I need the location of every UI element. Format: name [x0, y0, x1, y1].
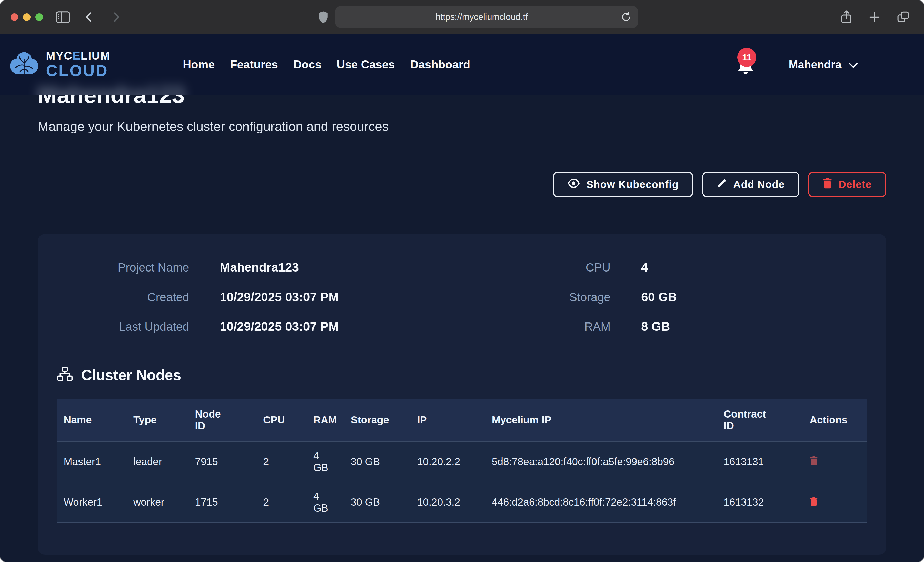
cell-storage: 30 GB: [344, 482, 410, 523]
field-label: CPU: [462, 260, 610, 274]
cell-contract-id: 1613131: [717, 442, 802, 482]
col-storage: Storage: [344, 399, 410, 442]
field-label: Storage: [462, 290, 610, 304]
delete-node-button[interactable]: [810, 497, 818, 508]
sidebar-toggle-icon[interactable]: [56, 11, 70, 23]
field-value: 8 GB: [641, 319, 670, 333]
nav-link-home[interactable]: Home: [183, 58, 214, 71]
nav-link-use-cases[interactable]: Use Cases: [337, 58, 395, 71]
cell-ram: 4 GB: [306, 482, 344, 523]
reload-icon[interactable]: [621, 12, 631, 22]
field-label: Created: [57, 290, 189, 304]
add-node-button[interactable]: Add Node: [702, 172, 800, 197]
mycelium-cloud-logo-icon: [8, 51, 40, 78]
cell-storage: 30 GB: [344, 442, 410, 482]
field-value: 60 GB: [641, 290, 677, 304]
page-subtitle: Manage your Kubernetes cluster configura…: [38, 119, 886, 134]
show-kubeconfig-button[interactable]: Show Kubeconfig: [553, 172, 693, 197]
field-label: RAM: [462, 320, 610, 333]
cell-type: leader: [126, 442, 188, 482]
user-menu[interactable]: Mahendra: [789, 58, 858, 71]
network-nodes-icon: [57, 366, 73, 383]
col-ram: RAM: [306, 399, 344, 442]
notification-count-badge: 11: [737, 48, 756, 67]
cell-ram: 4 GB: [306, 442, 344, 482]
cell-mycelium-ip: 446:d2a6:8bcd:8c16:ff0f:72e2:3114:863f: [485, 482, 717, 523]
cell-cpu: 2: [256, 442, 306, 482]
cpu-row: CPU 4: [462, 260, 867, 274]
cell-cpu: 2: [256, 482, 306, 523]
col-cpu: CPU: [256, 399, 306, 442]
share-icon[interactable]: [840, 10, 852, 24]
cell-name: Master1: [57, 442, 126, 482]
notifications-button[interactable]: 11: [735, 50, 756, 78]
col-actions: Actions: [802, 399, 867, 442]
table-header-row: Name Type Node ID CPU RAM Storage IP Myc…: [57, 399, 868, 442]
cluster-nodes-title: Cluster Nodes: [81, 366, 181, 383]
field-label: Last Updated: [57, 320, 189, 333]
field-value: 10/29/2025 03:07 PM: [220, 319, 339, 333]
col-node-id: Node ID: [188, 399, 256, 442]
privacy-shield-icon[interactable]: [318, 11, 328, 23]
cell-contract-id: 1613132: [717, 482, 802, 523]
back-icon[interactable]: [83, 11, 95, 23]
delete-node-button[interactable]: [810, 456, 818, 468]
cell-node-id: 1715: [188, 482, 256, 523]
nav-link-features[interactable]: Features: [230, 58, 278, 71]
trash-icon: [810, 456, 818, 468]
delete-button[interactable]: Delete: [808, 172, 886, 197]
browser-window: https://myceliumcloud.tf: [0, 0, 924, 562]
col-contract-id: Contract ID: [717, 399, 802, 442]
zoom-window-button[interactable]: [35, 13, 43, 21]
url-text: https://myceliumcloud.tf: [342, 12, 621, 22]
minimize-window-button[interactable]: [23, 13, 31, 21]
cell-mycelium-ip: 5d8:78ea:a120:f40c:ff0f:a5fe:99e6:8b96: [485, 442, 717, 482]
cluster-nodes-heading: Cluster Nodes: [57, 366, 868, 383]
page-content: Mahendra123 Manage your Kubernetes clust…: [0, 95, 924, 562]
field-value: 4: [641, 260, 648, 274]
col-type: Type: [126, 399, 188, 442]
brand-text: MYCELIUM CLOUD: [46, 50, 110, 78]
traffic-lights: [10, 13, 43, 21]
created-row: Created 10/29/2025 03:07 PM: [57, 290, 462, 304]
brand-logo[interactable]: MYCELIUM CLOUD: [8, 50, 110, 78]
col-ip: IP: [410, 399, 485, 442]
project-info: Project Name Mahendra123 Created 10/29/2…: [57, 260, 868, 333]
site-navbar: Mahendra123 MYCELIUM CLOUD Home Feature: [0, 34, 924, 95]
tab-overview-icon[interactable]: [897, 10, 910, 24]
close-window-button[interactable]: [10, 13, 18, 21]
new-tab-icon[interactable]: [868, 10, 880, 24]
project-name-row: Project Name Mahendra123: [57, 260, 462, 274]
cluster-nodes-table: Name Type Node ID CPU RAM Storage IP Myc…: [57, 399, 868, 523]
nav-link-dashboard[interactable]: Dashboard: [410, 58, 470, 71]
project-card: Project Name Mahendra123 Created 10/29/2…: [38, 234, 886, 555]
field-label: Project Name: [57, 260, 189, 274]
cell-node-id: 7915: [188, 442, 256, 482]
browser-chrome: https://myceliumcloud.tf: [0, 0, 924, 34]
ram-row: RAM 8 GB: [462, 319, 867, 333]
storage-row: Storage 60 GB: [462, 290, 867, 304]
field-value: Mahendra123: [220, 260, 299, 274]
chevron-down-icon: [849, 58, 858, 71]
nav-links: Home Features Docs Use Cases Dashboard: [183, 58, 470, 71]
address-bar[interactable]: https://myceliumcloud.tf: [335, 6, 638, 28]
cell-type: worker: [126, 482, 188, 523]
cell-name: Worker1: [57, 482, 126, 523]
forward-icon[interactable]: [110, 11, 122, 23]
field-value: 10/29/2025 03:07 PM: [220, 290, 339, 304]
trash-icon: [823, 178, 832, 191]
pencil-icon: [717, 178, 727, 191]
cell-ip: 10.20.2.2: [410, 442, 485, 482]
table-row: Master1 leader 7915 2 4 GB 30 GB 10.20.2…: [57, 442, 868, 482]
eye-icon: [567, 179, 580, 191]
nav-link-docs[interactable]: Docs: [293, 58, 322, 71]
cell-ip: 10.20.3.2: [410, 482, 485, 523]
col-name: Name: [57, 399, 126, 442]
brand-e-glyph: E: [73, 49, 81, 62]
table-row: Worker1 worker 1715 2 4 GB 30 GB 10.20.3…: [57, 482, 868, 523]
action-buttons: Show Kubeconfig Add Node Delete: [38, 172, 886, 197]
trash-icon: [810, 497, 818, 508]
col-mycelium-ip: Mycelium IP: [485, 399, 717, 442]
last-updated-row: Last Updated 10/29/2025 03:07 PM: [57, 319, 462, 333]
user-name: Mahendra: [789, 58, 842, 71]
